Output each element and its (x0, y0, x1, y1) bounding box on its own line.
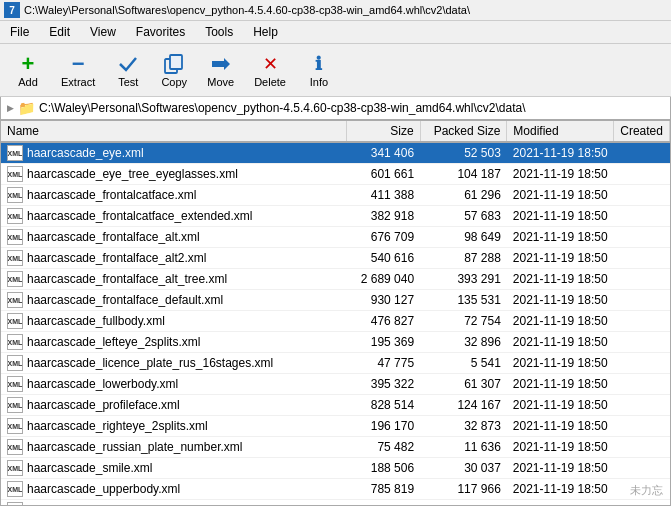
table-row[interactable]: XMLhaarcascade_eye_tree_eyeglasses.xml60… (1, 164, 670, 185)
test-icon (116, 52, 140, 76)
file-modified: 2021-11-19 18:50 (507, 164, 614, 185)
file-name-text: haarcascade_russian_plate_number.xml (27, 440, 242, 454)
table-row[interactable]: XMLhaarcascade_frontalface_alt2.xml540 6… (1, 248, 670, 269)
table-row[interactable]: XMLhaarcascade_smile.xml188 50630 037202… (1, 458, 670, 479)
file-size: 341 406 (347, 142, 420, 164)
address-bar: ▶ 📁 C:\Waley\Personal\Softwares\opencv_p… (0, 97, 671, 120)
delete-icon: ✕ (258, 52, 282, 76)
table-row[interactable]: XMLhaarcascade_licence_plate_rus_16stage… (1, 353, 670, 374)
col-size[interactable]: Size (347, 121, 420, 142)
file-name-text: haarcascade_upperbody.xml (27, 482, 180, 496)
main-window: 7 C:\Waley\Personal\Softwares\opencv_pyt… (0, 0, 671, 506)
col-modified[interactable]: Modified (507, 121, 614, 142)
file-modified: 2021-11-19 18:50 (507, 437, 614, 458)
col-packed-size[interactable]: Packed Size (420, 121, 507, 142)
xml-file-icon: XML (7, 229, 23, 245)
file-name-text: haarcascade_frontalface_alt_tree.xml (27, 272, 227, 286)
menu-favorites[interactable]: Favorites (130, 23, 191, 41)
file-packed-size: 11 636 (420, 437, 507, 458)
table-header-row: Name Size Packed Size Modified Created (1, 121, 670, 142)
nav-back-icon[interactable]: ▶ (7, 103, 14, 113)
table-row[interactable]: XMLhaarcascade_eye.xml341 40652 5032021-… (1, 142, 670, 164)
app-icon: 7 (4, 2, 20, 18)
add-button[interactable]: + Add (6, 48, 50, 92)
col-created[interactable]: Created (614, 121, 670, 142)
title-bar: 7 C:\Waley\Personal\Softwares\opencv_pyt… (0, 0, 671, 21)
file-modified: 2021-11-19 18:50 (507, 290, 614, 311)
file-name-cell: XMLhaarcascade_frontalcatface_extended.x… (7, 208, 341, 224)
menu-file[interactable]: File (4, 23, 35, 41)
table-row[interactable]: XMLhaarcascade_frontalface_alt.xml676 70… (1, 227, 670, 248)
xml-file-icon: XML (7, 355, 23, 371)
file-created (614, 395, 670, 416)
file-name-text: haarcascade_lefteye_2splits.xml (27, 335, 200, 349)
xml-file-icon: XML (7, 292, 23, 308)
table-row[interactable]: XMLhaarcascade_fullbody.xml476 82772 754… (1, 311, 670, 332)
file-created (614, 227, 670, 248)
xml-file-icon: XML (7, 334, 23, 350)
test-label: Test (118, 76, 138, 88)
xml-file-icon: XML (7, 208, 23, 224)
file-created (614, 269, 670, 290)
file-name-cell: XMLhaarcascade_righteye_2splits.xml (7, 418, 341, 434)
file-packed-size: 32 873 (420, 416, 507, 437)
file-packed-size: 67 (420, 500, 507, 507)
file-created (614, 311, 670, 332)
info-icon: ℹ (307, 52, 331, 76)
file-modified: 2021-11-19 18:50 (507, 185, 614, 206)
move-button[interactable]: Move (198, 48, 243, 92)
file-created (614, 164, 670, 185)
file-size: 476 827 (347, 311, 420, 332)
copy-icon (162, 52, 186, 76)
table-row[interactable]: XMLhaarcascade_righteye_2splits.xml196 1… (1, 416, 670, 437)
col-name[interactable]: Name (1, 121, 347, 142)
file-packed-size: 57 683 (420, 206, 507, 227)
file-modified: 2021-11-19 18:50 (507, 479, 614, 500)
menu-help[interactable]: Help (247, 23, 284, 41)
xml-file-icon: XML (7, 481, 23, 497)
table-row[interactable]: PY__init__.py73672021-11-19 18:50 (1, 500, 670, 507)
extract-button[interactable]: − Extract (52, 48, 104, 92)
delete-button[interactable]: ✕ Delete (245, 48, 295, 92)
info-button[interactable]: ℹ Info (297, 48, 341, 92)
table-row[interactable]: XMLhaarcascade_frontalface_default.xml93… (1, 290, 670, 311)
copy-button[interactable]: Copy (152, 48, 196, 92)
file-packed-size: 87 288 (420, 248, 507, 269)
add-icon: + (16, 52, 40, 76)
file-name-text: haarcascade_fullbody.xml (27, 314, 165, 328)
table-row[interactable]: XMLhaarcascade_upperbody.xml785 819117 9… (1, 479, 670, 500)
table-row[interactable]: XMLhaarcascade_frontalface_alt_tree.xml2… (1, 269, 670, 290)
file-name-cell: XMLhaarcascade_lefteye_2splits.xml (7, 334, 341, 350)
file-size: 47 775 (347, 353, 420, 374)
file-modified: 2021-11-19 18:50 (507, 142, 614, 164)
py-file-icon: PY (7, 502, 23, 506)
toolbar: + Add − Extract Test Copy (0, 44, 671, 97)
menu-edit[interactable]: Edit (43, 23, 76, 41)
table-row[interactable]: XMLhaarcascade_russian_plate_number.xml7… (1, 437, 670, 458)
file-list-container[interactable]: Name Size Packed Size Modified Created X… (0, 120, 671, 506)
file-packed-size: 30 037 (420, 458, 507, 479)
file-name-cell: XMLhaarcascade_lowerbody.xml (7, 376, 341, 392)
menu-view[interactable]: View (84, 23, 122, 41)
menu-tools[interactable]: Tools (199, 23, 239, 41)
delete-label: Delete (254, 76, 286, 88)
extract-icon: − (66, 52, 90, 76)
title-text: C:\Waley\Personal\Softwares\opencv_pytho… (24, 4, 470, 16)
table-row[interactable]: XMLhaarcascade_frontalcatface_extended.x… (1, 206, 670, 227)
test-button[interactable]: Test (106, 48, 150, 92)
xml-file-icon: XML (7, 271, 23, 287)
file-modified: 2021-11-19 18:50 (507, 353, 614, 374)
table-row[interactable]: XMLhaarcascade_lefteye_2splits.xml195 36… (1, 332, 670, 353)
table-row[interactable]: XMLhaarcascade_lowerbody.xml395 32261 30… (1, 374, 670, 395)
file-size: 75 482 (347, 437, 420, 458)
xml-file-icon: XML (7, 397, 23, 413)
table-row[interactable]: XMLhaarcascade_profileface.xml828 514124… (1, 395, 670, 416)
file-created (614, 248, 670, 269)
file-created (614, 353, 670, 374)
file-name-cell: XMLhaarcascade_russian_plate_number.xml (7, 439, 341, 455)
file-created (614, 142, 670, 164)
file-created (614, 290, 670, 311)
copy-label: Copy (161, 76, 187, 88)
table-row[interactable]: XMLhaarcascade_frontalcatface.xml411 388… (1, 185, 670, 206)
address-path[interactable]: C:\Waley\Personal\Softwares\opencv_pytho… (39, 101, 526, 115)
